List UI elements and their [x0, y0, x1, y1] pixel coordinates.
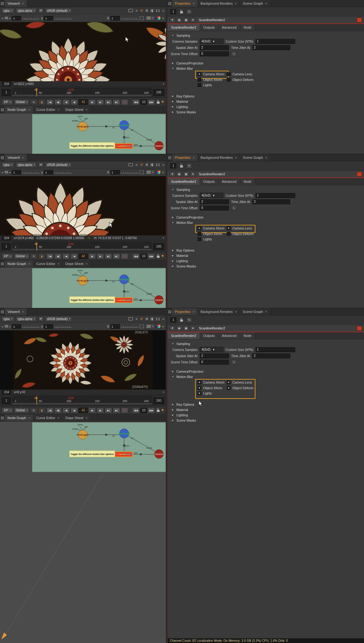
bounce-icon[interactable]: ▮: [38, 253, 45, 259]
animation-curve-icon[interactable]: ∿: [231, 205, 237, 210]
pause-icon[interactable]: [151, 318, 153, 320]
camera-xform-checkbox[interactable]: × Camera Xform: [198, 226, 227, 230]
node-color-chip[interactable]: [357, 18, 362, 22]
caret-down-icon[interactable]: ▾: [163, 237, 164, 239]
tab-properties[interactable]: Properties ×: [172, 154, 198, 161]
node-grid-icon[interactable]: ▣: [183, 17, 189, 23]
tab-node-graph[interactable]: Node Graph ×: [5, 260, 33, 267]
refresh-icon[interactable]: ↺: [140, 9, 143, 12]
step-forward-button[interactable]: ▶: [97, 99, 104, 105]
roi-icon[interactable]: [140, 325, 144, 328]
step-back-button[interactable]: ◀: [63, 99, 70, 105]
play-backward-button[interactable]: ◀: [71, 99, 78, 105]
tab-node[interactable]: Node: [240, 24, 255, 31]
fps-select[interactable]: 24* ▾: [2, 408, 13, 413]
gamma-slider[interactable]: [54, 17, 72, 19]
collapse-icon[interactable]: ▼: [170, 172, 175, 177]
lock-icon[interactable]: [179, 318, 184, 322]
scene-time-offset-input[interactable]: 0: [200, 360, 229, 365]
object-deform-checkbox[interactable]: Object Deform: [227, 78, 254, 82]
motion-blur-group-header[interactable]: ▼ Motion Blur: [168, 374, 364, 379]
channel-select[interactable]: rgba.alpha ▾: [16, 8, 37, 13]
monitor-icon[interactable]: [128, 163, 133, 166]
tab-scene-graph[interactable]: Scene Graph ×: [240, 154, 270, 161]
node-scanlinerender[interactable]: ScanlineRender2: [115, 298, 133, 303]
center-node-icon[interactable]: ◉: [176, 17, 182, 23]
sampling-group-header[interactable]: ▼ Sampling: [168, 187, 364, 192]
realtime-icon[interactable]: ↻: [121, 253, 128, 259]
tab-dope-sheet[interactable]: Dope Sheet ×: [63, 106, 91, 113]
tab-outputs[interactable]: Outputs: [200, 178, 219, 185]
gain-input[interactable]: 1: [12, 16, 21, 21]
gain-input[interactable]: 1: [12, 324, 21, 329]
expander-icon[interactable]: ▶: [2, 171, 3, 173]
collapse-icon[interactable]: ▼: [170, 326, 175, 331]
color-wheel-icon[interactable]: [156, 324, 161, 329]
viewer-viewport[interactable]: [0, 176, 166, 235]
close-icon[interactable]: ×: [58, 108, 59, 111]
favorite-icon[interactable]: ♥: [190, 17, 196, 23]
panel-count-input[interactable]: 1: [170, 317, 176, 323]
tab-scene-graph[interactable]: Scene Graph ×: [240, 308, 270, 315]
caret-down-icon[interactable]: ▾: [163, 391, 164, 394]
motion-blur-group-header[interactable]: ▼ Motion Blur: [168, 220, 364, 225]
view-mode-select[interactable]: 2D ▾: [145, 15, 155, 21]
tab-viewer4[interactable]: Viewer4 ×: [5, 308, 27, 315]
close-icon[interactable]: ×: [28, 108, 30, 111]
input-process-button[interactable]: IP: [38, 316, 44, 321]
time-jitter-input[interactable]: 2: [252, 199, 290, 204]
tab-viewer4[interactable]: Viewer4 ×: [5, 154, 27, 161]
material-group-header[interactable]: ▶ Material: [168, 253, 364, 258]
fps-select[interactable]: 24* ▾: [2, 253, 13, 259]
layer-select[interactable]: rgba ▾: [2, 316, 14, 322]
tab-dope-sheet[interactable]: Dope Sheet ×: [63, 260, 91, 267]
expander-icon[interactable]: ▶: [2, 17, 3, 19]
monitor-icon[interactable]: [128, 9, 133, 12]
realtime-icon[interactable]: ↻: [121, 408, 128, 413]
close-icon[interactable]: ×: [265, 156, 267, 159]
gain-slider[interactable]: [22, 325, 40, 328]
range-end-input[interactable]: 100: [153, 243, 164, 250]
tab-curve-editor[interactable]: Curve Editor ×: [33, 106, 63, 113]
sampling-group-header[interactable]: ▼ Sampling: [168, 341, 364, 346]
range-start-input[interactable]: 1: [2, 243, 11, 250]
gain-slider[interactable]: [22, 17, 40, 19]
node-grid-icon[interactable]: ▣: [183, 172, 189, 177]
tab-dope-sheet[interactable]: Dope Sheet ×: [63, 414, 91, 421]
node-pointlight[interactable]: PointLight1: [77, 122, 89, 131]
lock-icon[interactable]: [156, 254, 160, 258]
channel-select[interactable]: rgba.alpha ▾: [16, 162, 37, 168]
node-graph-canvas[interactable]: scene axis lookat A1 A2 obj/scn lookat c…: [32, 114, 166, 154]
bounce-icon[interactable]: ▮: [38, 99, 45, 105]
zoom-value[interactable]: 204: [2, 82, 11, 86]
go-start-button[interactable]: |◀: [46, 253, 54, 259]
close-icon[interactable]: ×: [193, 310, 194, 314]
prev-keyframe-button[interactable]: ◀|: [54, 408, 62, 413]
lock-icon[interactable]: [156, 409, 160, 412]
zoom-ratio-label[interactable]: 1:1: [156, 163, 160, 167]
tab-curve-editor[interactable]: Curve Editor ×: [33, 414, 63, 421]
panel-count-input[interactable]: 1: [170, 9, 176, 14]
tab-scene-graph[interactable]: Scene Graph ×: [240, 0, 270, 7]
spatial-jitter-input[interactable]: 2: [200, 353, 229, 358]
jump-back-button[interactable]: ◀◀: [132, 99, 139, 105]
next-keyframe-button[interactable]: ▶|: [105, 99, 112, 105]
step-forward-button[interactable]: ▶: [97, 253, 104, 259]
camera-xform-checkbox[interactable]: × Camera Xform: [198, 72, 227, 76]
panel-menu-icon[interactable]: [167, 308, 172, 315]
close-icon[interactable]: ×: [193, 156, 194, 159]
input-process-button[interactable]: IP: [38, 162, 44, 167]
close-icon[interactable]: ×: [28, 262, 30, 266]
ray-options-group-header[interactable]: ▶ Ray Options: [168, 248, 364, 253]
zoom-value[interactable]: 204: [2, 390, 11, 395]
roi-icon[interactable]: [140, 171, 144, 174]
flag-icon[interactable]: ⚑: [161, 254, 164, 258]
next-keyframe-button[interactable]: ▶|: [105, 408, 112, 413]
close-icon[interactable]: ×: [86, 262, 87, 266]
chevrons-icon[interactable]: »: [162, 171, 164, 174]
realtime-icon[interactable]: ↻: [121, 99, 128, 105]
node-color-chip[interactable]: [357, 172, 362, 177]
next-keyframe-button[interactable]: ▶|: [105, 253, 112, 259]
gear-icon[interactable]: ⚙: [145, 9, 148, 12]
go-end-button[interactable]: ▶|: [113, 99, 120, 105]
